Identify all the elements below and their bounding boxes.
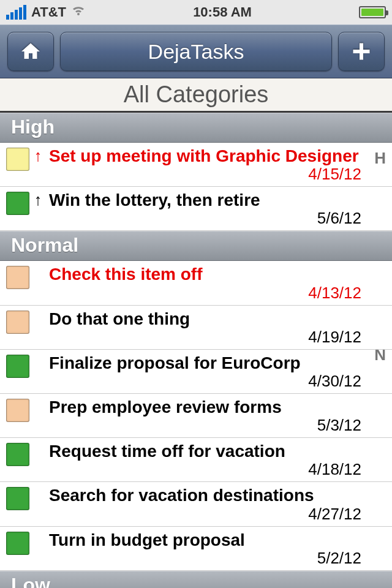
clock: 10:58 AM [193,4,252,20]
subtitle-text: All Categories [124,81,269,108]
task-row[interactable]: Do that one thing 4/19/12 [0,306,392,350]
category-swatch [6,192,29,215]
task-title: Set up meeting with Graphic Designer [49,146,386,166]
home-icon [20,40,42,62]
task-date: 4/30/12 [49,372,386,391]
task-row[interactable]: Finalize proposal for EuroCorp 4/30/12 [0,350,392,394]
task-title: Prep employee review forms [49,398,386,417]
task-date: 5/6/12 [49,209,386,228]
task-title: Search for vacation destinations [49,486,386,505]
section-label: Normal [11,234,78,256]
status-bar: AT&T 10:58 AM [0,0,392,24]
task-title: Do that one thing [49,309,386,329]
signal-icon [6,5,26,20]
section-label: High [11,116,55,138]
task-date: 4/19/12 [49,328,386,347]
battery-icon [359,6,386,18]
task-row[interactable]: Check this item off 4/13/12 [0,261,392,305]
priority-up-icon: ↑ [29,190,47,209]
section-header-normal: Normal N [0,231,392,261]
task-title: Turn in budget proposal [49,530,386,550]
home-button[interactable] [7,32,54,71]
task-date: 4/13/12 [49,284,386,303]
task-row[interactable]: Prep employee review forms 5/3/12 [0,394,392,438]
category-swatch [6,148,29,171]
section-header-high: High H [0,113,392,143]
category-swatch [6,355,29,378]
task-title: Check this item off [49,265,386,284]
subtitle: All Categories [0,78,392,113]
task-row[interactable]: Request time off for vacation 4/18/12 [0,438,392,482]
category-swatch [6,443,29,466]
category-swatch [6,399,29,422]
task-row[interactable]: ↑ Win the lottery, then retire 5/6/12 [0,187,392,231]
task-row[interactable]: ↑ Set up meeting with Graphic Designer 4… [0,143,392,187]
category-swatch [6,266,29,289]
wifi-icon [71,4,86,20]
app-title: DejaTasks [148,40,244,64]
task-list[interactable]: High H ↑ Set up meeting with Graphic Des… [0,113,392,588]
plus-icon [350,40,372,62]
priority-up-icon: ↑ [29,146,47,165]
add-button[interactable] [338,32,385,71]
task-title: Request time off for vacation [49,442,386,461]
nav-bar: DejaTasks [0,24,392,78]
title-button[interactable]: DejaTasks [60,32,332,71]
section-label: Low [11,574,50,588]
task-date: 5/2/12 [49,549,386,568]
section-header-low: Low L [0,571,392,588]
category-swatch [6,487,29,510]
carrier-label: AT&T [31,4,66,20]
category-swatch [6,311,29,334]
task-date: 4/27/12 [49,505,386,524]
task-title: Finalize proposal for EuroCorp [49,353,386,373]
task-row[interactable]: Search for vacation destinations 4/27/12 [0,482,392,526]
task-row[interactable]: Turn in budget proposal 5/2/12 [0,527,392,571]
task-date: 5/3/12 [49,416,386,435]
task-date: 4/18/12 [49,460,386,479]
category-swatch [6,532,29,555]
task-date: 4/15/12 [49,165,386,184]
status-left: AT&T [6,4,86,20]
task-title: Win the lottery, then retire [49,190,386,210]
